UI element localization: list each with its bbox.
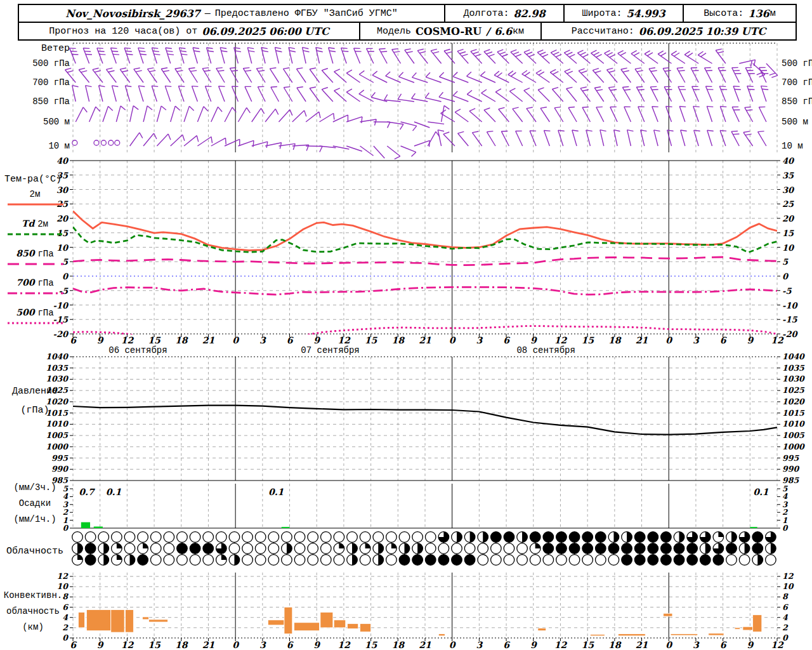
hour-label: 9 xyxy=(747,640,754,650)
wind-barb-feather xyxy=(565,69,570,72)
wind-barb-staff xyxy=(292,110,304,122)
wind-barb-staff xyxy=(568,108,577,122)
wind-barb-feather xyxy=(582,107,589,107)
hour-label: 9 xyxy=(747,335,754,345)
wind-barb-staff xyxy=(536,73,549,83)
wind-barb-feather xyxy=(194,51,200,51)
wind-barb-staff xyxy=(544,131,549,146)
pressure-ytick-left: 1005 xyxy=(46,430,69,440)
convective-ytick-right: 6 xyxy=(782,602,789,612)
pressure-panel-title: (гПа) xyxy=(20,405,49,416)
wind-barb xyxy=(99,86,105,102)
cloud-circle-fill xyxy=(452,555,462,566)
wind-barb xyxy=(346,117,362,123)
wind-barb-staff xyxy=(524,52,536,63)
wind-barb xyxy=(705,67,712,83)
wind-barb xyxy=(372,71,387,83)
wind-barb xyxy=(530,131,536,146)
hour-label: 12 xyxy=(121,335,134,345)
wind-barb-feather xyxy=(553,52,559,55)
convective-ytick-left: 12 xyxy=(57,571,69,581)
wind-barb xyxy=(469,109,482,122)
wind-barb-feather xyxy=(154,54,160,55)
precip-ytick-left: 1 xyxy=(63,516,68,525)
wind-barb xyxy=(112,86,118,102)
wind-barb xyxy=(284,87,292,102)
wind-barb-feather xyxy=(329,51,336,52)
wind-barb-feather xyxy=(140,54,147,55)
wind-barb-staff xyxy=(627,130,631,146)
wind-barb-staff xyxy=(638,107,645,122)
wind-barb-feather xyxy=(275,109,278,115)
wind-barb xyxy=(497,50,509,63)
pressure-ytick-right: 995 xyxy=(782,453,799,463)
hour-label: 3 xyxy=(693,640,700,650)
wind-barb xyxy=(225,107,236,122)
wind-barb-staff xyxy=(550,72,563,83)
wind-barb-staff xyxy=(171,106,176,122)
wind-barb-feather xyxy=(81,70,88,72)
cloud-circle xyxy=(268,543,279,554)
wind-barb-feather xyxy=(108,70,115,72)
cloud-circle xyxy=(386,532,397,543)
wind-barb-feather xyxy=(658,51,664,54)
wind-barb-feather xyxy=(262,51,268,52)
hour-label: 18 xyxy=(175,335,188,345)
hour-label: 18 xyxy=(175,640,188,650)
wind-barb xyxy=(747,86,755,102)
wind-barb-feather xyxy=(758,131,764,132)
wind-barb-feather xyxy=(270,68,276,69)
hour-label: 6 xyxy=(503,640,510,650)
wind-barb xyxy=(538,88,549,102)
wind-barb-feather xyxy=(637,70,643,72)
wind-barb-feather xyxy=(580,87,587,88)
temp-ytick-left: 15 xyxy=(56,229,69,238)
wind-barb-feather xyxy=(665,70,671,71)
temp-ytick-right: 10 xyxy=(782,243,795,253)
wind-barb xyxy=(635,68,645,83)
wind-barb-feather xyxy=(179,48,185,48)
wind-barb-feather xyxy=(550,69,556,72)
wind-barb-staff xyxy=(184,136,197,146)
wind-barb-feather xyxy=(605,50,610,53)
hour-label: 6 xyxy=(720,640,727,650)
wind-barb-feather xyxy=(679,70,685,71)
cloud-circle-fill xyxy=(77,543,82,554)
wind-barb-feather xyxy=(218,107,223,112)
convective-bar xyxy=(753,615,762,632)
cloud-circle xyxy=(504,543,514,554)
wind-barb xyxy=(664,86,672,102)
wind-barb xyxy=(70,48,79,63)
wind-barb-staff xyxy=(110,48,116,63)
wind-barb xyxy=(649,68,658,83)
wind-barb xyxy=(143,106,152,122)
cloud-circle-fill xyxy=(771,543,776,554)
cloud-circle-fill xyxy=(687,543,698,554)
wind-barb-feather xyxy=(467,72,471,76)
cloud-circle xyxy=(282,532,292,543)
wind-barb-staff xyxy=(245,86,252,102)
wind-barb xyxy=(79,68,89,83)
wind-barb-feather xyxy=(554,107,561,108)
wind-barb-staff xyxy=(538,90,549,102)
wind-barb xyxy=(379,48,388,63)
pressure-ytick-right: 1005 xyxy=(782,430,805,440)
wind-barb xyxy=(346,89,360,102)
convective-bar xyxy=(438,634,445,636)
wind-barb-feather xyxy=(638,90,645,90)
wind-barb xyxy=(607,68,618,83)
wind-barb-staff xyxy=(225,107,232,122)
wind-barb-staff xyxy=(522,74,536,83)
wind-barb xyxy=(677,68,685,83)
cloud-circle xyxy=(308,543,318,554)
precip-ytick-right: 4 xyxy=(782,492,788,501)
wind-barb xyxy=(638,107,645,122)
cloud-circle xyxy=(347,532,358,543)
wind-barb xyxy=(322,69,333,83)
wind-barb-staff xyxy=(471,51,482,63)
pressure-ytick-left: 1015 xyxy=(46,408,69,418)
wind-barb-staff xyxy=(138,48,143,63)
wind-barb-staff xyxy=(333,115,348,122)
convective-ytick-right: 2 xyxy=(782,623,789,632)
wind-barb-feather xyxy=(113,54,119,55)
